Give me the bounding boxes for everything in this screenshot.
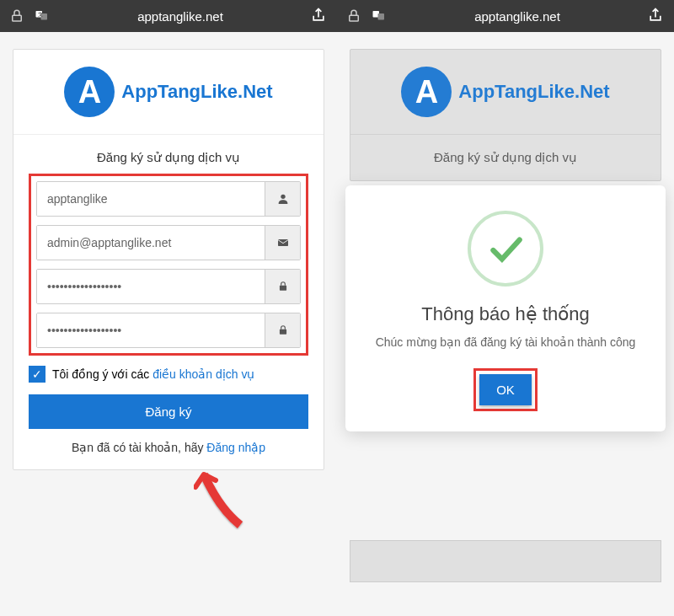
svg-rect-6 bbox=[279, 286, 286, 291]
annotation-arrow bbox=[194, 462, 261, 538]
terms-checkbox[interactable]: ✓ bbox=[29, 366, 45, 383]
svg-rect-7 bbox=[279, 329, 286, 335]
confirm-password-group bbox=[36, 313, 301, 348]
translate-icon[interactable]: 文 bbox=[34, 8, 51, 24]
username-group bbox=[36, 181, 301, 217]
email-input[interactable] bbox=[37, 226, 265, 260]
modal-title: Thông báo hệ thống bbox=[362, 303, 649, 325]
logo-icon: A bbox=[401, 67, 452, 117]
signup-card: A AppTangLike.Net Đăng ký sử dụng dịch v… bbox=[13, 49, 324, 470]
url-display: apptanglike.net bbox=[396, 9, 639, 24]
screen-success: apptanglike.net A AppTangLike.Net Đăng k… bbox=[337, 0, 674, 616]
logo-icon: A bbox=[64, 67, 115, 117]
success-modal: Thông báo hệ thống Chúc mừng bạn đã đăng… bbox=[345, 185, 666, 431]
svg-rect-10 bbox=[378, 13, 385, 20]
form-title: Đăng ký sử dụng dịch vụ bbox=[13, 135, 324, 174]
mail-icon bbox=[265, 226, 300, 260]
screen-signup: 文 apptanglike.net A AppTangLike.Net Đăng… bbox=[0, 0, 337, 616]
form-title: Đăng ký sử dụng dịch vụ bbox=[350, 135, 661, 180]
terms-row: ✓ Tôi đồng ý với các điều khoản dịch vụ bbox=[29, 366, 308, 383]
success-icon bbox=[468, 211, 543, 287]
svg-rect-0 bbox=[13, 15, 22, 21]
username-input[interactable] bbox=[37, 182, 265, 216]
lock-icon bbox=[345, 8, 362, 24]
signup-button[interactable]: Đăng ký bbox=[29, 394, 308, 429]
login-row: Bạn đã có tài khoản, hãy Đăng nhập bbox=[29, 441, 308, 454]
password-group bbox=[36, 269, 301, 304]
brand-name: AppTangLike.Net bbox=[121, 81, 272, 103]
login-link[interactable]: Đăng nhập bbox=[206, 441, 265, 454]
url-display: apptanglike.net bbox=[59, 9, 302, 24]
svg-rect-8 bbox=[350, 15, 359, 21]
translate-icon[interactable] bbox=[371, 8, 388, 24]
lock-icon bbox=[8, 8, 25, 24]
email-group bbox=[36, 225, 301, 260]
lock-icon bbox=[265, 313, 300, 347]
ok-highlight: OK bbox=[473, 368, 538, 411]
password-input[interactable] bbox=[37, 270, 265, 303]
svg-point-4 bbox=[281, 195, 285, 199]
dimmed-footer bbox=[350, 540, 661, 582]
svg-text:文: 文 bbox=[38, 11, 43, 17]
browser-bar: apptanglike.net bbox=[337, 0, 674, 32]
ok-button[interactable]: OK bbox=[479, 374, 532, 405]
user-icon bbox=[265, 182, 300, 216]
browser-bar: 文 apptanglike.net bbox=[0, 0, 337, 32]
share-icon[interactable] bbox=[310, 7, 329, 25]
dimmed-signup-card: A AppTangLike.Net Đăng ký sử dụng dịch v… bbox=[350, 49, 661, 181]
brand-name: AppTangLike.Net bbox=[458, 81, 609, 103]
lock-icon bbox=[265, 270, 300, 303]
confirm-password-input[interactable] bbox=[37, 313, 265, 347]
modal-message: Chúc mừng bạn đã đăng ký tài khoản thành… bbox=[362, 334, 649, 351]
logo-section: A AppTangLike.Net bbox=[350, 50, 661, 135]
terms-label: Tôi đồng ý với các điều khoản dịch vụ bbox=[52, 367, 254, 381]
share-icon[interactable] bbox=[647, 7, 666, 25]
logo-section: A AppTangLike.Net bbox=[13, 50, 324, 135]
svg-rect-5 bbox=[278, 239, 288, 246]
terms-link[interactable]: điều khoản dịch vụ bbox=[152, 367, 254, 381]
input-highlight bbox=[29, 174, 308, 356]
form-body: ✓ Tôi đồng ý với các điều khoản dịch vụ … bbox=[13, 174, 324, 469]
